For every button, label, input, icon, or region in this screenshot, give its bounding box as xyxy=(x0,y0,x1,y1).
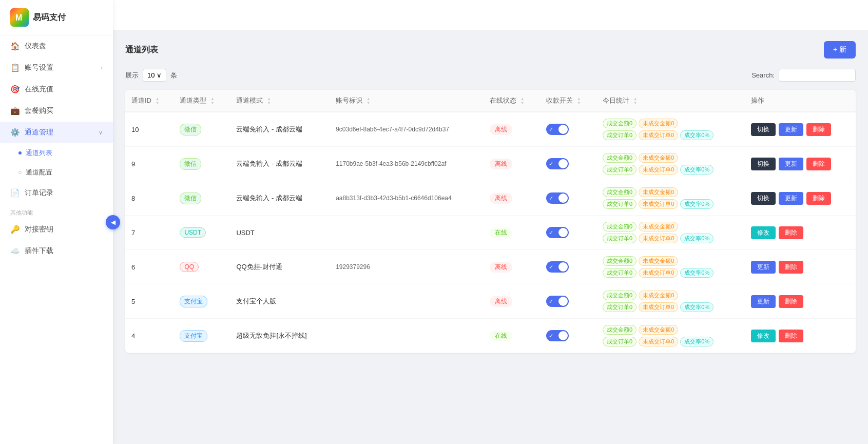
cell-id: 7 xyxy=(125,216,173,250)
cell-type: USDT xyxy=(173,216,230,250)
account-icon: 📋 xyxy=(10,63,20,72)
channel-arrow: ∨ xyxy=(99,129,103,136)
cell-stats: 成交金额0 未成交金额0 成交订单0 未成交订单0 成交率0% xyxy=(596,147,745,181)
nav-plugin[interactable]: ☁️ 插件下载 xyxy=(0,240,113,262)
stats-cell: 成交金额0 未成交金额0 成交订单0 未成交订单0 成交率0% xyxy=(603,187,739,209)
add-channel-button[interactable]: + 新 xyxy=(824,41,856,59)
action-buttons: 切换更新删除 xyxy=(751,158,850,170)
table-row: 9微信云端免输入 - 成都云端1170b9ae-5b3f-4ea3-b56b-2… xyxy=(125,147,856,181)
nav-orders-label: 订单记录 xyxy=(25,188,53,198)
payment-toggle[interactable]: ✓ xyxy=(546,330,569,341)
table-row: 4支付宝超级无敌免挂[永不掉线]在线✓ 成交金额0 未成交金额0 成交订单0 未… xyxy=(125,319,856,353)
cell-account: 1170b9ae-5b3f-4ea3-b56b-2149cbff02af xyxy=(330,147,484,181)
update-button[interactable]: 更新 xyxy=(779,123,803,136)
nav-channel[interactable]: ⚙️ 通道管理 ∨ xyxy=(0,122,113,143)
cell-toggle: ✓ xyxy=(540,181,596,216)
update-button[interactable]: 更新 xyxy=(779,192,803,205)
switch-button[interactable]: 切换 xyxy=(751,192,776,205)
delete-button[interactable]: 删除 xyxy=(806,192,831,205)
sub-nav-channel-list[interactable]: 通道列表 xyxy=(0,143,113,163)
cell-id: 4 xyxy=(125,319,173,353)
nav-account[interactable]: 📋 账号设置 › xyxy=(0,57,113,79)
update-button[interactable]: 更新 xyxy=(779,158,803,170)
delete-button[interactable]: 删除 xyxy=(779,295,803,308)
sub-nav-channel-config[interactable]: 通道配置 xyxy=(0,163,113,182)
stat-rate: 成交率0% xyxy=(680,234,713,243)
search-input[interactable] xyxy=(779,69,856,82)
sub-nav-channel-list-label: 通道列表 xyxy=(26,148,52,158)
nav-apikey[interactable]: 🔑 对接密钥 xyxy=(0,219,113,240)
page-size-select[interactable]: 10 ∨ xyxy=(143,69,166,82)
show-suffix: 条 xyxy=(170,71,177,80)
page-title: 通道列表 xyxy=(125,45,158,55)
stat-completed-orders: 成交订单0 xyxy=(603,302,636,312)
stat-rate: 成交率0% xyxy=(680,268,713,278)
online-status-badge: 离线 xyxy=(490,193,512,204)
svg-text:M: M xyxy=(15,13,22,22)
update-button[interactable]: 更新 xyxy=(751,295,776,308)
top-bar xyxy=(113,0,868,31)
update-button[interactable]: 更新 xyxy=(751,261,776,274)
table-row: 5支付宝支付宝个人版离线✓ 成交金额0 未成交金额0 成交订单0 未成交订单0 … xyxy=(125,284,856,319)
logo-icon: M xyxy=(10,8,29,27)
payment-toggle[interactable]: ✓ xyxy=(546,158,569,169)
cell-type: 微信 xyxy=(173,112,230,147)
stat-rate: 成交率0% xyxy=(680,302,713,312)
sub-nav-channel-config-label: 通道配置 xyxy=(26,168,52,177)
dot-icon-empty xyxy=(18,171,22,174)
stat-completed-orders: 成交订单0 xyxy=(603,130,636,140)
nav-package[interactable]: 💼 套餐购买 xyxy=(0,100,113,122)
nav-orders[interactable]: 📄 订单记录 xyxy=(0,182,113,204)
cell-account xyxy=(330,216,484,250)
col-stats: 今日统计 ▲▼ xyxy=(596,90,745,112)
payment-toggle[interactable]: ✓ xyxy=(546,124,569,135)
col-status: 在线状态 ▲▼ xyxy=(484,90,540,112)
table-controls-left: 展示 10 ∨ 条 xyxy=(125,69,177,82)
cell-toggle: ✓ xyxy=(540,216,596,250)
payment-toggle[interactable]: ✓ xyxy=(546,296,569,307)
delete-button[interactable]: 删除 xyxy=(779,330,803,342)
nav-dashboard[interactable]: 🏠 仪表盘 xyxy=(0,35,113,57)
col-switch: 收款开关 ▲▼ xyxy=(540,90,596,112)
online-status-badge: 在线 xyxy=(490,331,512,341)
online-status-badge: 离线 xyxy=(490,159,512,169)
cell-stats: 成交金额0 未成交金额0 成交订单0 未成交订单0 成交率0% xyxy=(596,284,745,319)
channel-type-badge: 支付宝 xyxy=(180,330,207,342)
nav-account-label: 账号设置 xyxy=(25,63,53,72)
table-header-row: 通道ID ▲▼ 通道类型 ▲▼ 通道模式 ▲▼ 账号标识 ▲▼ 在线状态 ▲▼ … xyxy=(125,90,856,112)
channel-type-badge: 支付宝 xyxy=(180,296,207,307)
col-id: 通道ID ▲▼ xyxy=(125,90,173,112)
delete-button[interactable]: 删除 xyxy=(806,158,831,170)
stat-completed-amount: 成交金额0 xyxy=(603,222,636,231)
table-row: 8微信云端免输入 - 成都云端aa8b313f-d3b3-42d3-b5b1-c… xyxy=(125,181,856,216)
cell-status: 离线 xyxy=(484,284,540,319)
nav-recharge[interactable]: 🎯 在线充值 xyxy=(0,79,113,100)
modify-button[interactable]: 修改 xyxy=(751,330,776,342)
apikey-icon: 🔑 xyxy=(10,225,20,234)
stat-pending-amount: 未成交金额0 xyxy=(639,256,678,266)
modify-button[interactable]: 修改 xyxy=(751,226,776,239)
payment-toggle[interactable]: ✓ xyxy=(546,261,569,273)
cell-account: aa8b313f-d3b3-42d3-b5b1-c6646d106ea4 xyxy=(330,181,484,216)
switch-button[interactable]: 切换 xyxy=(751,158,776,170)
delete-button[interactable]: 删除 xyxy=(806,123,831,136)
sidebar-collapse-button[interactable]: ◀ xyxy=(106,215,120,229)
switch-button[interactable]: 切换 xyxy=(751,123,776,136)
stat-rate: 成交率0% xyxy=(680,130,713,140)
cell-type: 微信 xyxy=(173,147,230,181)
channel-type-badge: USDT xyxy=(180,227,206,238)
action-buttons: 更新删除 xyxy=(751,261,850,274)
action-buttons: 切换更新删除 xyxy=(751,192,850,205)
delete-button[interactable]: 删除 xyxy=(779,261,803,274)
action-buttons: 切换更新删除 xyxy=(751,123,850,136)
delete-button[interactable]: 删除 xyxy=(779,226,803,239)
cell-status: 离线 xyxy=(484,181,540,216)
payment-toggle[interactable]: ✓ xyxy=(546,227,569,238)
channel-type-badge: QQ xyxy=(180,262,199,272)
stat-pending-amount: 未成交金额0 xyxy=(639,291,678,300)
cell-toggle: ✓ xyxy=(540,284,596,319)
payment-toggle[interactable]: ✓ xyxy=(546,192,569,204)
logo-text: 易码支付 xyxy=(33,12,66,23)
account-arrow: › xyxy=(101,65,103,71)
channel-type-badge: 微信 xyxy=(180,192,201,204)
